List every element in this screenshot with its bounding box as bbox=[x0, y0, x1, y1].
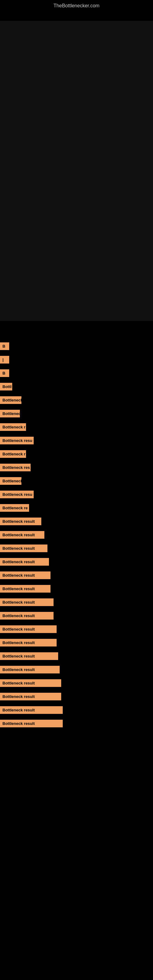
result-label: Bottl bbox=[0, 383, 12, 390]
result-item: Bottleneck result bbox=[0, 528, 153, 541]
result-label: Bottleneck result bbox=[0, 531, 45, 539]
result-label: Bottleneck result bbox=[0, 639, 57, 646]
chart-block bbox=[0, 21, 153, 321]
result-item: Bottleneck resu bbox=[0, 434, 153, 447]
result-label: Bottleneck result bbox=[0, 558, 49, 566]
result-item: Bottleneck result bbox=[0, 649, 153, 663]
result-label: Bottleneck result bbox=[0, 666, 60, 673]
result-item: Bottleneck result bbox=[0, 622, 153, 636]
result-label: Bottleneck r bbox=[0, 450, 26, 458]
result-label: Bottleneck resu bbox=[0, 437, 33, 444]
result-item: Bottleneck result bbox=[0, 717, 153, 730]
result-label: B bbox=[0, 369, 9, 377]
result-label: Bottleneck result bbox=[0, 585, 51, 593]
result-label: Bottlenec bbox=[0, 410, 20, 417]
site-title: TheBottlenecker.com bbox=[0, 0, 153, 12]
result-item: Bottl bbox=[0, 380, 153, 393]
result-label: Bottleneck result bbox=[0, 598, 54, 606]
result-label: Bottleneck r bbox=[0, 423, 26, 431]
result-label: Bottleneck result bbox=[0, 544, 48, 552]
result-label: Bottleneck result bbox=[0, 625, 57, 633]
result-item: Bottleneck r bbox=[0, 420, 153, 434]
result-item: Bottleneck result bbox=[0, 595, 153, 609]
result-label: Bottleneck result bbox=[0, 571, 51, 579]
result-label: Bottleneck result bbox=[0, 679, 61, 687]
results-section: B|BBottlBottleneckBottlenecBottleneck rB… bbox=[0, 333, 153, 730]
result-label: Bottleneck resu bbox=[0, 491, 33, 498]
result-item: Bottleneck re bbox=[0, 501, 153, 514]
result-label: Bottleneck bbox=[0, 477, 21, 485]
result-label: Bottleneck result bbox=[0, 706, 63, 714]
result-item: B bbox=[0, 366, 153, 380]
result-item: Bottleneck result bbox=[0, 568, 153, 582]
result-item: Bottleneck result bbox=[0, 690, 153, 703]
result-label: Bottleneck bbox=[0, 396, 21, 404]
result-item: Bottleneck result bbox=[0, 636, 153, 649]
result-label: B bbox=[0, 342, 9, 350]
result-item: Bottleneck resu bbox=[0, 488, 153, 501]
result-item: Bottleneck result bbox=[0, 663, 153, 676]
result-item: Bottleneck result bbox=[0, 555, 153, 568]
result-item: Bottleneck result bbox=[0, 582, 153, 595]
chart-area bbox=[0, 12, 153, 333]
result-label: Bottleneck res bbox=[0, 464, 30, 471]
result-item: Bottleneck r bbox=[0, 447, 153, 461]
result-item: | bbox=[0, 353, 153, 366]
result-label: | bbox=[0, 356, 9, 364]
result-label: Bottleneck result bbox=[0, 612, 54, 620]
result-item: Bottleneck result bbox=[0, 514, 153, 528]
result-label: Bottleneck result bbox=[0, 517, 41, 525]
result-item: Bottlenec bbox=[0, 407, 153, 420]
result-label: Bottleneck result bbox=[0, 693, 61, 700]
result-label: Bottleneck result bbox=[0, 720, 63, 727]
result-item: Bottleneck res bbox=[0, 461, 153, 474]
result-item: B bbox=[0, 339, 153, 353]
result-item: Bottleneck result bbox=[0, 676, 153, 690]
result-label: Bottleneck re bbox=[0, 504, 29, 512]
result-item: Bottleneck result bbox=[0, 541, 153, 555]
result-item: Bottleneck result bbox=[0, 703, 153, 717]
result-item: Bottleneck result bbox=[0, 609, 153, 622]
result-item: Bottleneck bbox=[0, 393, 153, 407]
result-label: Bottleneck result bbox=[0, 652, 58, 660]
result-item: Bottleneck bbox=[0, 474, 153, 488]
